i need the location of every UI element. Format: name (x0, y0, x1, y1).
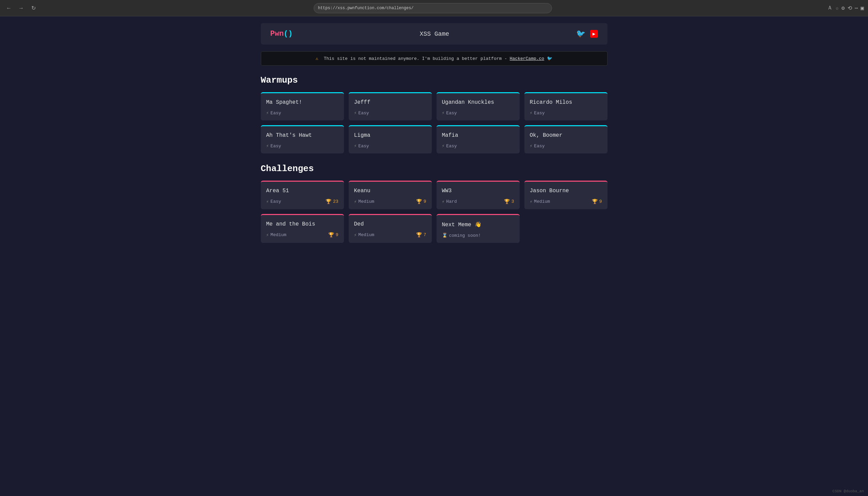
card-difficulty: ⚡ Easy (442, 143, 457, 149)
notice-link[interactable]: HackerCamp.co (510, 56, 544, 61)
youtube-icon[interactable]: ▶ (590, 30, 598, 38)
card-score: 🏆 3 (504, 199, 514, 204)
browser-icon-4: ⟲ (848, 5, 852, 12)
card-difficulty: ⚡ Medium (354, 199, 375, 204)
bolt-icon: ⚡ (354, 110, 357, 116)
challenge-card[interactable]: Keanu ⚡ Medium 🏆 9 (349, 181, 432, 209)
challenge-card[interactable]: Ded ⚡ Medium 🏆 7 (349, 214, 432, 243)
back-button[interactable]: ← (4, 3, 14, 13)
card-difficulty: ⌛ coming soon! (442, 233, 481, 238)
card-title: Ugandan Knuckles (442, 99, 514, 106)
challenge-card[interactable]: Me and the Bois ⚡ Medium 🏆 9 (261, 214, 344, 243)
card-difficulty: ⚡ Easy (354, 110, 369, 116)
card-title: Keanu (354, 188, 426, 194)
card-difficulty: ⚡ Medium (266, 232, 287, 238)
card-meta: ⚡ Medium 🏆 9 (354, 199, 426, 204)
browser-icon-3: ⚙ (841, 5, 845, 12)
browser-icon-1: Ａ (827, 4, 833, 12)
card-meta: ⚡ Easy (530, 110, 602, 116)
card-difficulty: ⚡ Easy (266, 110, 281, 116)
card-meta: ⚡ Medium 🏆 7 (354, 232, 426, 238)
warmup-card[interactable]: Mafia ⚡ Easy (436, 125, 520, 153)
difficulty-text: Easy (270, 143, 281, 149)
card-difficulty: ⚡ Medium (530, 199, 550, 204)
card-meta: ⚡ Easy (266, 110, 339, 116)
difficulty-text: Easy (358, 111, 369, 116)
trophy-icon: 🏆 (416, 232, 422, 238)
card-difficulty: ⚡ Easy (266, 199, 281, 204)
bolt-icon: ⚡ (354, 143, 357, 149)
notice-text: This site is not maintained anymore. I'm… (324, 56, 507, 61)
difficulty-text: Easy (270, 199, 281, 204)
warmup-card[interactable]: Ligma ⚡ Easy (349, 125, 432, 153)
card-meta: ⚡ Easy (354, 110, 426, 116)
difficulty-text: Medium (358, 199, 374, 204)
card-meta: ⚡ Easy (442, 110, 514, 116)
score-value: 3 (511, 199, 514, 204)
bolt-icon: ⚡ (266, 143, 269, 149)
bolt-icon: ⚡ (442, 110, 445, 116)
bolt-icon: ⚡ (442, 199, 445, 204)
card-meta: ⚡ Hard 🏆 3 (442, 199, 514, 204)
difficulty-text: Easy (534, 143, 544, 149)
bolt-icon: ⚡ (530, 199, 533, 204)
difficulty-text: coming soon! (449, 233, 481, 238)
bolt-icon: ⚡ (266, 199, 269, 204)
site-header: Pwn() XSS Game 🐦 ▶ (261, 23, 608, 45)
card-difficulty: ⚡ Easy (530, 143, 545, 149)
trophy-icon: 🏆 (416, 199, 422, 204)
card-title: Area 51 (266, 188, 339, 194)
score-value: 9 (599, 199, 602, 204)
url-bar[interactable]: https://xss.pwnfunction.com/challenges/ (314, 3, 552, 13)
trophy-icon: 🏆 (326, 199, 331, 204)
card-title: Mafia (442, 132, 514, 138)
twitter-icon[interactable]: 🐦 (576, 29, 585, 38)
browser-right-icons: Ａ ☆ ⚙ ⟲ ⋯ ▣ (827, 4, 864, 12)
warmup-card[interactable]: Ricardo Milos ⚡ Easy (524, 92, 608, 121)
bolt-icon: ⚡ (354, 199, 357, 204)
browser-chrome: ← → ↻ https://xss.pwnfunction.com/challe… (0, 0, 868, 16)
challenges-grid: Area 51 ⚡ Easy 🏆 23 Keanu ⚡ Medium 🏆 9 (261, 181, 608, 243)
warmup-card[interactable]: Ma Spaghet! ⚡ Easy (261, 92, 344, 121)
header-icons: 🐦 ▶ (576, 29, 598, 38)
warmup-card[interactable]: Ugandan Knuckles ⚡ Easy (436, 92, 520, 121)
warmup-card[interactable]: Jefff ⚡ Easy (349, 92, 432, 121)
card-score: 🏆 9 (416, 199, 426, 204)
card-title: Ah That's Hawt (266, 132, 339, 138)
browser-icon-2: ☆ (835, 5, 839, 12)
card-meta: ⌛ coming soon! (442, 233, 514, 238)
card-meta: ⚡ Easy (266, 143, 339, 149)
warmup-card[interactable]: Ah That's Hawt ⚡ Easy (261, 125, 344, 153)
card-meta: ⚡ Easy (530, 143, 602, 149)
difficulty-text: Easy (358, 143, 369, 149)
challenge-card[interactable]: Area 51 ⚡ Easy 🏆 23 (261, 181, 344, 209)
card-score: 🏆 7 (416, 232, 426, 238)
bolt-icon: ⚡ (266, 110, 269, 116)
footer-credit: CSDN @duoba_an (833, 489, 864, 493)
bolt-icon: ⚡ (530, 143, 533, 149)
browser-icon-6: ▣ (860, 5, 864, 12)
difficulty-text: Easy (446, 111, 457, 116)
trophy-icon: 🏆 (328, 232, 334, 238)
challenge-card[interactable]: Next Meme 👋 ⌛ coming soon! (436, 214, 520, 243)
url-text: https://xss.pwnfunction.com/challenges/ (318, 6, 414, 11)
card-title: WW3 (442, 188, 514, 194)
bolt-icon: ⚡ (530, 110, 533, 116)
trophy-icon: 🏆 (504, 199, 510, 204)
card-meta: ⚡ Easy 🏆 23 (266, 199, 339, 204)
card-title: Ded (354, 221, 426, 227)
card-difficulty: ⚡ Hard (442, 199, 457, 204)
card-difficulty: ⚡ Easy (530, 110, 545, 116)
warmup-card[interactable]: Ok, Boomer ⚡ Easy (524, 125, 608, 153)
score-value: 23 (333, 199, 339, 204)
challenges-section: Challenges Area 51 ⚡ Easy 🏆 23 Keanu ⚡ M… (261, 164, 608, 243)
card-score: 🏆 9 (328, 232, 339, 238)
challenge-card[interactable]: Jason Bourne ⚡ Medium 🏆 9 (524, 181, 608, 209)
warmups-heading: Warmups (261, 75, 608, 86)
score-value: 9 (424, 199, 426, 204)
forward-button[interactable]: → (16, 3, 26, 13)
challenge-card[interactable]: WW3 ⚡ Hard 🏆 3 (436, 181, 520, 209)
logo-pwn: Pwn (270, 30, 284, 38)
refresh-button[interactable]: ↻ (29, 3, 38, 13)
card-title: Ligma (354, 132, 426, 138)
